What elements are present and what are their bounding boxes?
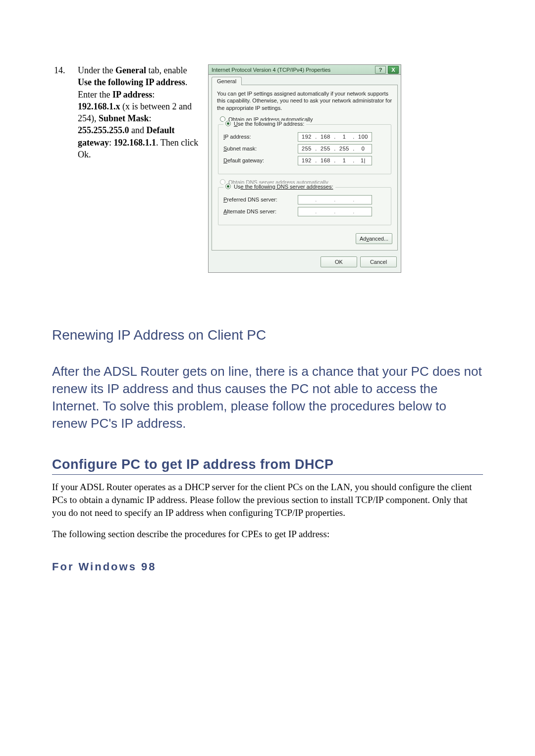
t: Us — [234, 184, 240, 190]
advanced-row: Advanced... — [217, 230, 392, 244]
t: : — [149, 113, 152, 123]
para-renewing-ip: After the ADSL Router gets on line, ther… — [52, 363, 483, 432]
ip-address-input[interactable]: 192. 168. 1. 100 — [298, 132, 372, 142]
t: and — [129, 125, 147, 135]
radio-icon — [225, 121, 231, 126]
tab-general[interactable]: General — [212, 77, 242, 85]
heading-renewing-ip: Renewing IP Address on Client PC — [52, 327, 483, 343]
intro-text: You can get IP settings assigned automat… — [217, 90, 392, 111]
b: Subnet Mask — [99, 113, 149, 123]
step-instruction: Under the General tab, enable Use the fo… — [78, 64, 199, 160]
default-gateway-label: Default gateway: — [223, 157, 298, 163]
dialog-titlebar: Internet Protocol Version 4 (TCP/IPv4) P… — [209, 65, 401, 75]
subnet-mask-label: Subnet mask: — [223, 146, 298, 151]
default-gateway-input[interactable]: 192. 168. 1. 1| — [298, 156, 372, 165]
ip-address-group: Use the following IP address: IP address… — [218, 124, 391, 174]
heading-dhcp: Configure PC to get IP address from DHCP — [52, 457, 483, 475]
tab-bar: General — [209, 75, 401, 85]
ip-address-label: IP address: — [223, 134, 298, 140]
tcpip-properties-dialog: Internet Protocol Version 4 (TCP/IPv4) P… — [208, 64, 401, 273]
cancel-button[interactable]: Cancel — [360, 256, 397, 267]
t: : — [152, 90, 155, 100]
t: : — [109, 138, 114, 148]
step-row: 14. Under the General tab, enable Use th… — [52, 64, 483, 273]
dialog-title: Internet Protocol Version 4 (TCP/IPv4) P… — [212, 67, 373, 73]
radio-label: Use the following DNS server addresses: — [234, 184, 333, 190]
alternate-dns-label: Alternate DNS server: — [223, 208, 298, 214]
step-text-column: Under the General tab, enable Use the fo… — [78, 64, 199, 160]
b: 192.168.1.1 — [114, 138, 157, 148]
step-number: 14. — [52, 64, 69, 76]
dialog-buttons: OK Cancel — [209, 253, 401, 272]
alternate-dns-row: Alternate DNS server: . . . — [223, 207, 386, 216]
document-page: 14. Under the General tab, enable Use th… — [0, 0, 535, 603]
preferred-dns-input[interactable]: . . . — [298, 195, 372, 204]
ok-button[interactable]: OK — [321, 256, 357, 267]
radio-use-following-ip[interactable]: Use the following IP address: — [223, 121, 306, 127]
b: 192.168.1.x — [78, 101, 120, 111]
mnemonic: U — [234, 121, 238, 127]
t: tab, enable — [146, 65, 187, 75]
text-sections: Renewing IP Address on Client PC After t… — [52, 327, 483, 573]
radio-icon — [225, 184, 231, 189]
ip-address-row: IP address: 192. 168. 1. 100 — [223, 132, 386, 142]
help-button[interactable]: ? — [375, 66, 386, 74]
t: Under the — [78, 65, 115, 75]
default-gateway-row: Default gateway: 192. 168. 1. 1| — [223, 156, 386, 165]
alternate-dns-input[interactable]: . . . — [298, 207, 372, 216]
preferred-dns-label: Preferred DNS server: — [223, 197, 298, 202]
advanced-button[interactable]: Advanced... — [356, 233, 392, 244]
preferred-dns-row: Preferred DNS server: . . . — [223, 195, 386, 204]
heading-win98: For Windows 98 — [52, 560, 483, 573]
tab-panel: You can get IP settings assigned automat… — [212, 85, 398, 251]
b: IP address — [112, 90, 152, 100]
subnet-mask-row: Subnet mask: 255. 255. 255. 0 — [223, 144, 386, 153]
screenshot-column: Internet Protocol Version 4 (TCP/IPv4) P… — [208, 64, 483, 273]
t: se the following IP address: — [238, 121, 304, 127]
para-dhcp: If your ADSL Router operates as a DHCP s… — [52, 481, 483, 519]
para-cpe: The following section describe the proce… — [52, 528, 483, 541]
radio-use-following-dns[interactable]: Use the following DNS server addresses: — [223, 184, 335, 190]
b: Use the following IP address — [78, 77, 185, 87]
b: General — [115, 65, 146, 75]
mnemonic: e the following DNS server addresses: — [240, 184, 333, 190]
close-button[interactable]: X — [388, 66, 399, 74]
subnet-mask-input[interactable]: 255. 255. 255. 0 — [298, 144, 372, 153]
b: 255.255.255.0 — [78, 125, 129, 135]
radio-label: Use the following IP address: — [234, 121, 304, 127]
dns-group: Use the following DNS server addresses: … — [218, 187, 391, 225]
